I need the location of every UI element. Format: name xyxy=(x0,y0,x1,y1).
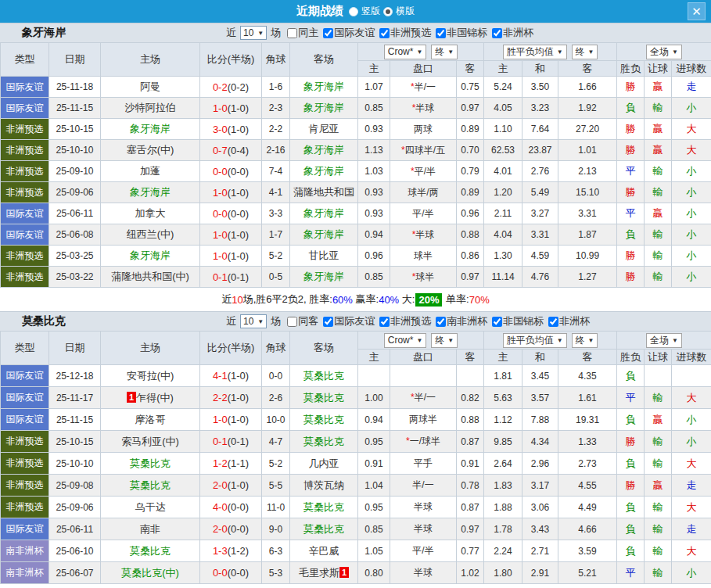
odds-away: 0.97 xyxy=(457,267,484,288)
mean-draw: 3.27 xyxy=(522,203,558,224)
summary-segment: 10 xyxy=(232,294,242,306)
layout-radio[interactable] xyxy=(383,7,393,16)
league-filter-checkbox[interactable] xyxy=(323,28,333,38)
mean-away: 1.87 xyxy=(558,224,617,246)
table-row: 非洲预选 25-10-15 索马利亚(中) 0-1(0-1) 4-7 莫桑比克 … xyxy=(1,431,711,453)
home-team: 莫桑比克 xyxy=(130,479,171,491)
match-date: 25-11-18 xyxy=(49,77,101,98)
final-odds-select[interactable]: 终▼ xyxy=(431,45,458,59)
mean-select[interactable]: 胜平负均值▼ xyxy=(503,45,567,59)
home-team: 索马利亚(中) xyxy=(121,436,179,447)
corner-score: 4-1 xyxy=(262,182,290,203)
handicap-line: *半球 xyxy=(390,98,457,119)
league-filter-checkbox[interactable] xyxy=(379,317,390,327)
mean-home: 2.24 xyxy=(484,540,522,562)
odds-away: 0.97 xyxy=(457,98,484,119)
fulltime-select[interactable]: 全场▼ xyxy=(646,333,682,348)
mean-home: 4.04 xyxy=(484,224,522,246)
score-cell: 3-0(1-0) xyxy=(200,119,262,140)
summary-segment: 场,胜6平2负2, xyxy=(243,292,310,307)
result-outcome: 勝 xyxy=(617,475,645,497)
handicap-outcome: 輸 xyxy=(645,161,672,182)
layout-radio[interactable] xyxy=(349,7,358,16)
league-filter-checkbox[interactable] xyxy=(436,317,446,327)
col-corner: 角球 xyxy=(262,43,290,77)
fulltime-score: 1-2 xyxy=(213,457,228,469)
league-filter-checkbox[interactable] xyxy=(323,317,333,327)
league-filter-checkbox[interactable] xyxy=(548,317,558,327)
col-type: 类型 xyxy=(1,332,49,365)
handicap-text: 球半/两 xyxy=(408,187,438,198)
odds-home: 1.07 xyxy=(358,77,390,98)
home-team-cell: 索马利亚(中) xyxy=(101,431,200,453)
league-filter-checkbox[interactable] xyxy=(436,28,446,38)
fulltime-select[interactable]: 全场▼ xyxy=(646,45,682,59)
mean-draw: 2.91 xyxy=(522,562,558,584)
bookmaker-select[interactable]: Crow*▼ xyxy=(384,45,427,59)
league-filter-checkbox[interactable] xyxy=(492,28,502,38)
sub-mean-home: 主 xyxy=(484,61,522,77)
filter-bar: 近 10▼ 场 同主 国际友谊非洲预选非国锦标非洲杯 xyxy=(224,23,533,42)
final-mean-select[interactable]: 终▼ xyxy=(572,333,598,348)
away-team-cell: 象牙海岸 xyxy=(290,267,358,288)
final-odds-select[interactable]: 终▼ xyxy=(431,333,458,348)
home-team: 象牙海岸 xyxy=(130,186,171,198)
corner-score: 1-7 xyxy=(262,224,290,246)
match-type-badge: 非洲预选 xyxy=(1,182,49,203)
away-team: 象牙海岸 xyxy=(303,144,344,156)
close-icon[interactable]: ✕ xyxy=(688,2,706,20)
mean-draw: 4.59 xyxy=(522,246,558,267)
table-row: 非洲预选 25-10-10 塞舌尔(中) 0-7(0-4) 2-16 象牙海岸 … xyxy=(1,140,711,161)
bookmaker-select[interactable]: Crow*▼ xyxy=(384,333,427,348)
away-team: 象牙海岸 xyxy=(303,207,344,219)
team-section: 象牙海岸 近 10▼ 场 同主 国际友谊非洲预选非国锦标非洲杯 类型 日期 主场… xyxy=(0,23,711,311)
mean-home: 1.10 xyxy=(484,119,522,140)
handicap-outcome: 輸 xyxy=(645,246,672,267)
sub-away: 客 xyxy=(457,61,484,77)
match-type-badge: 国际友谊 xyxy=(1,77,49,98)
home-team: 南非 xyxy=(140,523,160,535)
handicap-line: 两球 xyxy=(390,119,457,140)
mean-draw: 3.45 xyxy=(522,365,558,387)
table-row: 非洲预选 25-09-08 莫桑比克 2-0(1-0) 5-5 博茨瓦纳 1.0… xyxy=(1,475,711,497)
league-filter-checkbox[interactable] xyxy=(492,317,502,327)
handicap-line: 平/半 xyxy=(390,203,457,224)
away-team-cell: 莫桑比克 xyxy=(290,387,358,409)
match-date: 25-10-15 xyxy=(49,431,101,453)
odds-home xyxy=(358,365,390,387)
odds-home: 0.93 xyxy=(358,182,390,203)
summary-segment: 40% xyxy=(379,294,399,306)
mean-select[interactable]: 胜平负均值▼ xyxy=(503,333,567,348)
match-count-select[interactable]: 10▼ xyxy=(240,26,267,40)
away-team-cell: 莫桑比克 xyxy=(290,431,358,453)
home-team: 莫桑比克(中) xyxy=(121,567,179,579)
mean-draw: 4.76 xyxy=(522,267,558,288)
home-team-cell: 象牙海岸 xyxy=(101,182,200,203)
league-filter-label: 非国锦标 xyxy=(503,315,544,327)
chevron-down-icon: ▼ xyxy=(257,30,264,37)
final-mean-select[interactable]: 终▼ xyxy=(572,45,598,59)
odds-away: 0.75 xyxy=(457,77,484,98)
match-date: 25-03-22 xyxy=(49,267,101,288)
halftime-score: (1-2) xyxy=(228,545,249,557)
league-filter-checkbox[interactable] xyxy=(379,28,390,38)
odds-away: 0.78 xyxy=(457,475,484,497)
result-outcome: 勝 xyxy=(617,119,645,140)
goals-outcome: 走 xyxy=(672,518,711,540)
away-team: 莫桑比克 xyxy=(303,436,344,447)
matches-table: 类型 日期 主场 比分(半场) 角球 客场 Crow*▼终▼ 胜平负均值▼终▼ … xyxy=(0,42,711,288)
match-count-select[interactable]: 10▼ xyxy=(240,314,267,328)
summary-segment: 赢率: xyxy=(353,292,379,307)
col-away: 客场 xyxy=(290,332,358,365)
mean-draw: 3.43 xyxy=(522,518,558,540)
handicap-line: 半/一 xyxy=(390,475,457,497)
mean-home: 4.05 xyxy=(484,98,522,119)
table-row: 非洲预选 25-10-10 莫桑比克 1-2(1-1) 5-2 几内亚 0.91… xyxy=(1,453,711,475)
match-date: 25-09-10 xyxy=(49,161,101,182)
same-venue-checkbox[interactable] xyxy=(287,317,297,327)
home-team-cell: 莫桑比克 xyxy=(101,475,200,497)
fulltime-score: 0-0 xyxy=(213,166,228,177)
mean-draw: 7.88 xyxy=(522,409,558,431)
same-venue-checkbox[interactable] xyxy=(287,28,297,38)
handicap-text: 两球半 xyxy=(409,414,437,425)
